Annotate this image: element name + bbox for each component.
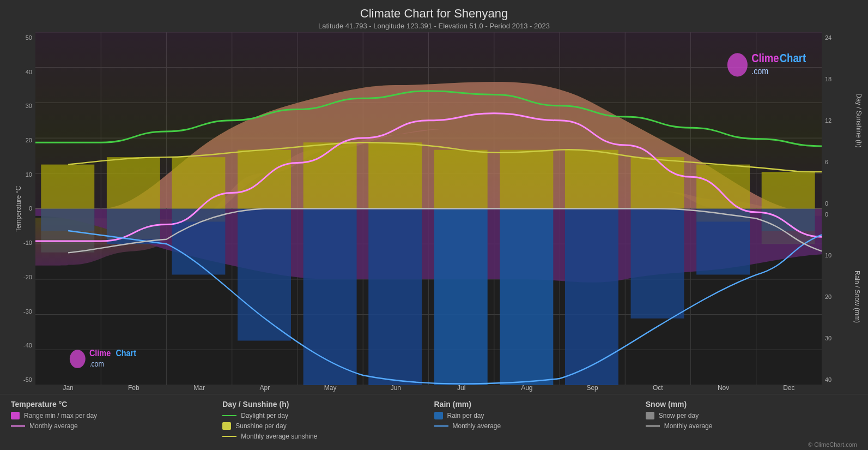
- svg-rect-39: [107, 209, 160, 239]
- svg-rect-32: [434, 209, 488, 386]
- x-tick-dec: Dec: [756, 384, 822, 392]
- y-tick-right-rain-0: 0: [822, 211, 863, 218]
- x-tick-feb: Feb: [101, 384, 166, 392]
- y-tick-right-18: 18: [822, 76, 863, 82]
- legend-col-sunshine: Day / Sunshine (h) Daylight per day Suns…: [222, 400, 434, 440]
- legend-item-temp-range: Range min / max per day: [11, 412, 222, 419]
- legend-label-snow: Snow per day: [659, 412, 699, 419]
- x-tick-aug: Aug: [494, 384, 560, 392]
- legend-item-temp-avg: Monthly average: [11, 422, 222, 430]
- svg-rect-29: [238, 209, 291, 341]
- title-section: Climate Chart for Shenyang Latitude 41.7…: [0, 0, 868, 32]
- legend-line-rain-avg: [434, 425, 448, 427]
- x-tick-oct: Oct: [625, 384, 690, 392]
- y-tick-right-rain-40: 40: [822, 376, 863, 383]
- svg-text:Clime: Clime: [89, 348, 111, 358]
- x-tick-jul: Jul: [429, 384, 494, 392]
- legend-label-temp-range: Range min / max per day: [24, 412, 97, 419]
- svg-rect-31: [368, 209, 422, 386]
- y-tick--30: -30: [23, 308, 35, 315]
- y-tick-50: 50: [26, 34, 35, 41]
- y-axis-right-bottom-label: Rain / Snow (mm): [853, 271, 861, 323]
- legend-label-rain: Rain per day: [447, 412, 484, 419]
- legend-label-sunshine-avg: Monthly average sunshine: [241, 433, 317, 440]
- x-tick-nov: Nov: [691, 384, 756, 392]
- legend-line-snow-avg: [646, 425, 660, 427]
- svg-text:Chart: Chart: [780, 52, 806, 65]
- chart-main: Clime Chart .com Clime Chart .com: [35, 32, 822, 385]
- svg-rect-30: [304, 209, 357, 386]
- svg-text:Chart: Chart: [116, 348, 136, 358]
- y-axis-left-label: Temperature °C: [15, 185, 22, 231]
- y-tick-right-6: 6: [822, 159, 863, 165]
- y-tick-right-0: 0: [822, 200, 863, 207]
- legend-item-rain-avg: Monthly average: [434, 422, 646, 430]
- legend-label-snow-avg: Monthly average: [664, 422, 713, 430]
- y-tick-right-rain-30: 30: [822, 335, 863, 341]
- svg-rect-40: [172, 209, 225, 222]
- svg-text:Clime: Clime: [751, 52, 779, 65]
- x-tick-mar: Mar: [167, 384, 232, 392]
- legend-title-snow: Snow (mm): [646, 400, 857, 409]
- legend: Temperature °C Range min / max per day M…: [0, 394, 868, 440]
- y-tick-40: 40: [26, 69, 35, 75]
- y-tick--50: -50: [23, 376, 35, 383]
- legend-item-daylight: Daylight per day: [222, 412, 434, 419]
- svg-rect-33: [500, 209, 553, 386]
- y-tick-right-24: 24: [822, 34, 863, 41]
- legend-line-daylight: [222, 415, 236, 416]
- legend-item-sunshine: Sunshine per day: [222, 422, 434, 430]
- legend-swatch-rain: [434, 412, 443, 419]
- legend-item-sunshine-avg: Monthly average sunshine: [222, 433, 434, 440]
- y-tick--40: -40: [23, 342, 35, 349]
- svg-rect-34: [565, 209, 618, 386]
- y-tick-right-rain-10: 10: [822, 252, 863, 259]
- legend-swatch-sunshine: [222, 422, 231, 430]
- copyright: © ClimeChart.com: [0, 440, 868, 450]
- legend-label-sunshine: Sunshine per day: [235, 422, 286, 430]
- svg-rect-38: [41, 209, 94, 253]
- y-tick--10: -10: [23, 239, 35, 246]
- x-tick-jan: Jan: [35, 384, 101, 392]
- y-tick-0: 0: [29, 205, 35, 212]
- legend-label-daylight: Daylight per day: [241, 412, 288, 419]
- svg-point-56: [727, 53, 748, 76]
- legend-item-rain: Rain per day: [434, 412, 646, 419]
- legend-swatch-temp-range: [11, 412, 20, 419]
- legend-title-temperature: Temperature °C: [11, 400, 222, 409]
- legend-line-temp-avg: [11, 425, 25, 427]
- x-axis: Jan Feb Mar Apr May Jun Jul Aug Sep Oct …: [0, 384, 868, 392]
- app-container: Climate Chart for Shenyang Latitude 41.7…: [0, 0, 868, 450]
- svg-text:.com: .com: [751, 66, 768, 76]
- y-tick-10: 10: [26, 171, 35, 178]
- legend-item-snow: Snow per day: [646, 412, 857, 419]
- legend-col-rain: Rain (mm) Rain per day Monthly average: [434, 400, 646, 440]
- legend-col-snow: Snow (mm) Snow per day Monthly average: [646, 400, 857, 440]
- x-tick-may: May: [298, 384, 363, 392]
- main-title: Climate Chart for Shenyang: [0, 7, 868, 21]
- svg-rect-35: [631, 209, 684, 319]
- legend-item-snow-avg: Monthly average: [646, 422, 857, 430]
- legend-col-temperature: Temperature °C Range min / max per day M…: [11, 400, 222, 440]
- legend-line-sunshine-avg: [222, 436, 236, 437]
- legend-label-temp-avg: Monthly average: [29, 422, 78, 430]
- y-tick-30: 30: [26, 103, 35, 109]
- svg-rect-41: [696, 209, 750, 222]
- legend-title-rain: Rain (mm): [434, 400, 646, 409]
- x-tick-apr: Apr: [232, 384, 298, 392]
- legend-label-rain-avg: Monthly average: [453, 422, 501, 430]
- legend-title-sunshine: Day / Sunshine (h): [222, 400, 434, 409]
- subtitle: Latitude 41.793 - Longitude 123.391 - El…: [0, 22, 868, 30]
- x-tick-jun: Jun: [363, 384, 428, 392]
- x-tick-sep: Sep: [560, 384, 625, 392]
- y-tick-20: 20: [26, 137, 35, 143]
- y-tick--20: -20: [23, 274, 35, 280]
- y-axis-right-top-label: Day / Sunshine (h): [854, 93, 862, 147]
- svg-text:.com: .com: [89, 360, 104, 369]
- legend-swatch-snow: [646, 412, 654, 419]
- svg-point-61: [70, 350, 86, 368]
